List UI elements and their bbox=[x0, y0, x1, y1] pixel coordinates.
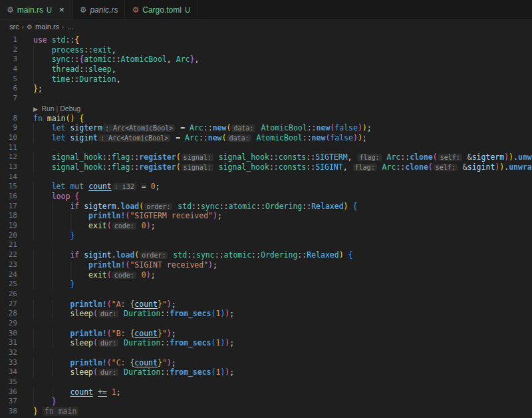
line-number: 13 bbox=[0, 162, 17, 172]
code-line[interactable]: 15let mut count: i32 = 0; bbox=[0, 182, 532, 192]
code-editor[interactable]: 1use std::{2process::exit,3sync::{atomic… bbox=[0, 33, 532, 417]
code-line[interactable]: 24exit(code: 0); bbox=[0, 270, 532, 280]
code-line[interactable]: 32 bbox=[0, 348, 532, 358]
code-token: } bbox=[158, 300, 162, 309]
code-line[interactable]: 10let sigint: Arc<AtomicBool> = Arc::new… bbox=[0, 133, 532, 143]
code-token: :: bbox=[306, 162, 315, 172]
code-token: sync bbox=[52, 55, 70, 64]
code-line[interactable]: 36count += 1; bbox=[0, 387, 532, 397]
code-line[interactable]: 12signal_hook::flag::register(signal: si… bbox=[0, 152, 532, 162]
code-line-content bbox=[17, 172, 33, 182]
close-icon[interactable]: × bbox=[58, 5, 66, 15]
code-line[interactable]: 17if sigterm.load(order: std::sync::atom… bbox=[0, 202, 532, 212]
code-line[interactable]: 8fn main() { bbox=[0, 114, 532, 124]
code-line-content: fn main() { bbox=[17, 114, 84, 124]
code-line[interactable]: 3sync::{atomic::AtomicBool, Arc}, bbox=[0, 55, 532, 65]
code-token: ) bbox=[208, 260, 213, 270]
code-line[interactable]: 21 bbox=[0, 240, 532, 250]
line-number bbox=[0, 104, 17, 114]
code-token: AtomicBool bbox=[121, 55, 167, 64]
indent-guide bbox=[33, 45, 52, 55]
code-token: :: bbox=[297, 250, 307, 260]
code-line[interactable]: 7 bbox=[0, 94, 532, 104]
code-line-content: sleep(dur: Duration::from_secs(1)); bbox=[17, 338, 234, 348]
breadcrumb-item-main-rs[interactable]: main.rs bbox=[35, 23, 59, 31]
code-token: sleep bbox=[70, 338, 93, 347]
code-token: ; bbox=[229, 309, 234, 318]
code-token: Relaxed bbox=[307, 250, 338, 260]
code-line[interactable]: 33println!("C: {count}"); bbox=[0, 358, 532, 368]
indent-guide bbox=[70, 270, 88, 280]
indent-guide bbox=[33, 300, 52, 310]
inlay-hint: signal: bbox=[182, 164, 213, 171]
line-number: 16 bbox=[0, 192, 17, 202]
code-line[interactable]: 35 bbox=[0, 377, 532, 387]
code-line[interactable]: 28sleep(dur: Duration::from_secs(1)); bbox=[0, 309, 532, 319]
code-line[interactable]: 25} bbox=[0, 280, 532, 290]
code-token: :: bbox=[102, 162, 112, 172]
code-token: } bbox=[158, 329, 162, 338]
code-line-content: sleep(dur: Duration::from_secs(1)); bbox=[17, 309, 234, 319]
code-token: sync bbox=[201, 202, 219, 211]
code-line[interactable]: 26 bbox=[0, 290, 532, 300]
code-line[interactable]: 14 bbox=[0, 172, 532, 182]
code-token: ) bbox=[344, 202, 348, 211]
code-token: false bbox=[330, 133, 353, 142]
tab-cargo-toml[interactable]: ⚙ Cargo.toml U bbox=[125, 0, 197, 19]
indent-guide bbox=[52, 231, 70, 241]
breadcrumb-item-src[interactable]: src bbox=[9, 23, 19, 31]
indent-guide bbox=[33, 152, 52, 162]
indent-guide bbox=[33, 260, 52, 270]
code-line[interactable]: 4thread::sleep, bbox=[0, 65, 532, 75]
code-token: { bbox=[79, 114, 84, 123]
code-token: } bbox=[158, 358, 162, 367]
code-token: new bbox=[312, 133, 326, 142]
code-line[interactable]: 13signal_hook::flag::register(signal: si… bbox=[0, 162, 532, 172]
line-number: 27 bbox=[0, 300, 17, 310]
code-line[interactable]: 30println!("B: {count}"); bbox=[0, 329, 532, 339]
code-line[interactable]: 11 bbox=[0, 143, 532, 153]
code-line[interactable]: 18println!("SIGTERM received"); bbox=[0, 211, 532, 221]
code-line[interactable]: 29 bbox=[0, 319, 532, 329]
code-token: Arc bbox=[190, 123, 203, 132]
indent-guide bbox=[33, 211, 52, 221]
breadcrumb-item-symbol[interactable]: … bbox=[66, 23, 74, 31]
code-line[interactable]: 22if sigint.load(order: std::sync::atomi… bbox=[0, 250, 532, 260]
code-line[interactable]: 5time::Duration, bbox=[0, 75, 532, 85]
tab-panic-rs[interactable]: ⚙ panic.rs bbox=[73, 0, 126, 19]
code-line[interactable]: 2process::exit, bbox=[0, 45, 532, 55]
debug-code-lens-link[interactable]: Debug bbox=[60, 104, 80, 112]
code-line[interactable]: 31sleep(dur: Duration::from_secs(1)); bbox=[0, 338, 532, 348]
indent-guide bbox=[33, 221, 52, 231]
code-line[interactable]: 19exit(code: 0); bbox=[0, 221, 532, 231]
code-token bbox=[47, 35, 52, 45]
code-token: { bbox=[74, 35, 79, 45]
code-line-content: let mut count: i32 = 0; bbox=[17, 182, 160, 192]
code-line[interactable]: 1use std::{ bbox=[0, 35, 532, 45]
code-token: ) bbox=[362, 123, 367, 132]
code-token: ; bbox=[172, 300, 176, 309]
code-line[interactable]: 37} bbox=[0, 397, 532, 407]
code-token: count bbox=[134, 300, 158, 309]
tab-main-rs[interactable]: ⚙ main.rs U × bbox=[0, 0, 73, 19]
code-line[interactable]: 38} fn main bbox=[0, 407, 532, 417]
code-line[interactable]: 34sleep(dur: Duration::from_secs(1)); bbox=[0, 367, 532, 377]
code-line[interactable]: 6}; bbox=[0, 84, 532, 94]
code-line[interactable]: 23println!("SIGINT received"); bbox=[0, 260, 532, 270]
code-line[interactable]: 16loop { bbox=[0, 192, 532, 202]
code-line-content: sleep(dur: Duration::from_secs(1)); bbox=[17, 367, 234, 377]
code-token: ; bbox=[213, 260, 217, 270]
code-line[interactable]: 20} bbox=[0, 231, 532, 241]
code-line[interactable]: 9let sigterm: Arc<AtomicBool> = Arc::new… bbox=[0, 123, 532, 133]
indent-guide bbox=[52, 260, 70, 270]
code-line[interactable]: 27println!("A: {count}"); bbox=[0, 300, 532, 310]
indent-guide bbox=[52, 367, 70, 377]
code-line-content: } bbox=[17, 397, 57, 407]
run-code-lens-link[interactable]: Run bbox=[41, 104, 54, 112]
indent-guide bbox=[33, 387, 52, 397]
indent-guide bbox=[52, 280, 70, 290]
indent-guide bbox=[33, 65, 52, 75]
code-token: 0 bbox=[142, 221, 146, 230]
code-line-content: signal_hook::flag::register(signal: sign… bbox=[17, 152, 532, 162]
code-token: ; bbox=[217, 211, 222, 220]
